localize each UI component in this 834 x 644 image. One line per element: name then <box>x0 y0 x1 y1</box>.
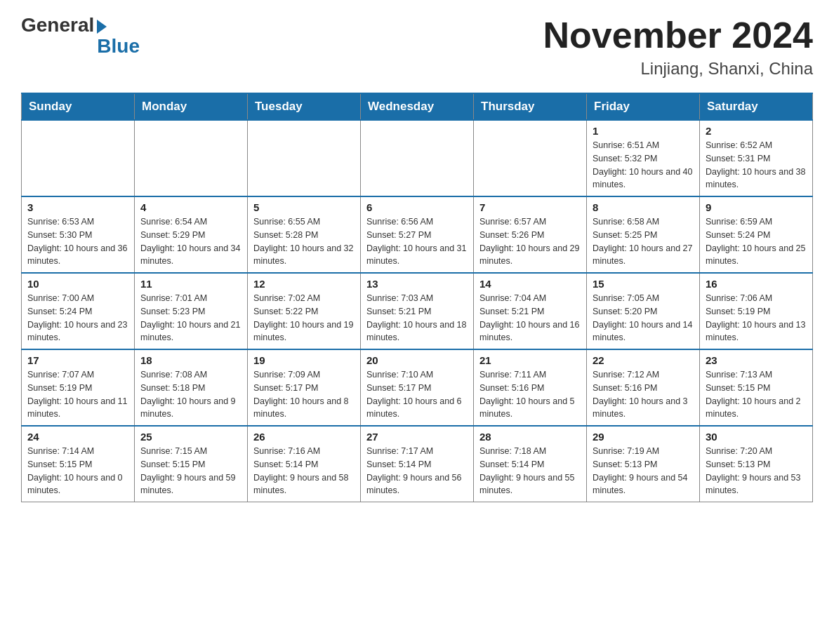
day-number: 12 <box>253 278 355 290</box>
day-info: Sunrise: 7:01 AM Sunset: 5:23 PM Dayligh… <box>140 292 241 344</box>
calendar-cell: 17Sunrise: 7:07 AM Sunset: 5:19 PM Dayli… <box>22 349 135 426</box>
day-number: 20 <box>366 354 468 366</box>
calendar-cell: 4Sunrise: 6:54 AM Sunset: 5:29 PM Daylig… <box>135 196 248 273</box>
day-number: 25 <box>140 431 241 443</box>
day-number: 5 <box>253 201 355 213</box>
calendar-header-sunday: Sunday <box>22 93 135 120</box>
day-number: 17 <box>27 354 128 366</box>
day-info: Sunrise: 7:14 AM Sunset: 5:15 PM Dayligh… <box>27 445 128 497</box>
day-info: Sunrise: 7:07 AM Sunset: 5:19 PM Dayligh… <box>27 368 128 421</box>
calendar-cell: 22Sunrise: 7:12 AM Sunset: 5:16 PM Dayli… <box>587 349 700 426</box>
day-number: 21 <box>479 354 581 366</box>
calendar-header-thursday: Thursday <box>474 93 587 120</box>
calendar-cell <box>361 120 474 196</box>
logo-blue-text: Blue <box>97 35 140 58</box>
calendar-cell: 19Sunrise: 7:09 AM Sunset: 5:17 PM Dayli… <box>248 349 361 426</box>
day-info: Sunrise: 7:02 AM Sunset: 5:22 PM Dayligh… <box>253 292 355 344</box>
day-info: Sunrise: 6:56 AM Sunset: 5:27 PM Dayligh… <box>366 215 468 268</box>
calendar-cell: 8Sunrise: 6:58 AM Sunset: 5:25 PM Daylig… <box>587 196 700 273</box>
calendar-cell: 28Sunrise: 7:18 AM Sunset: 5:14 PM Dayli… <box>474 426 587 502</box>
day-info: Sunrise: 6:51 AM Sunset: 5:32 PM Dayligh… <box>593 139 694 192</box>
calendar-cell: 13Sunrise: 7:03 AM Sunset: 5:21 PM Dayli… <box>361 273 474 349</box>
day-info: Sunrise: 6:59 AM Sunset: 5:24 PM Dayligh… <box>706 215 807 268</box>
calendar-cell: 27Sunrise: 7:17 AM Sunset: 5:14 PM Dayli… <box>361 426 474 502</box>
day-number: 16 <box>706 278 807 290</box>
day-number: 30 <box>706 431 807 443</box>
day-info: Sunrise: 7:17 AM Sunset: 5:14 PM Dayligh… <box>366 445 468 497</box>
day-info: Sunrise: 7:11 AM Sunset: 5:16 PM Dayligh… <box>479 368 581 421</box>
day-number: 19 <box>253 354 355 366</box>
calendar-cell: 14Sunrise: 7:04 AM Sunset: 5:21 PM Dayli… <box>474 273 587 349</box>
day-number: 15 <box>593 278 694 290</box>
calendar-cell: 20Sunrise: 7:10 AM Sunset: 5:17 PM Dayli… <box>361 349 474 426</box>
day-number: 24 <box>27 431 128 443</box>
day-number: 7 <box>479 201 581 213</box>
calendar-header-friday: Friday <box>587 93 700 120</box>
calendar-cell <box>474 120 587 196</box>
day-info: Sunrise: 7:13 AM Sunset: 5:15 PM Dayligh… <box>706 368 807 421</box>
calendar-cell: 6Sunrise: 6:56 AM Sunset: 5:27 PM Daylig… <box>361 196 474 273</box>
calendar-week-row: 24Sunrise: 7:14 AM Sunset: 5:15 PM Dayli… <box>22 426 813 502</box>
calendar-cell: 1Sunrise: 6:51 AM Sunset: 5:32 PM Daylig… <box>587 120 700 196</box>
day-number: 26 <box>253 431 355 443</box>
calendar-cell: 5Sunrise: 6:55 AM Sunset: 5:28 PM Daylig… <box>248 196 361 273</box>
day-info: Sunrise: 7:08 AM Sunset: 5:18 PM Dayligh… <box>140 368 241 421</box>
day-number: 27 <box>366 431 468 443</box>
calendar-cell: 3Sunrise: 6:53 AM Sunset: 5:30 PM Daylig… <box>22 196 135 273</box>
day-number: 9 <box>706 201 807 213</box>
day-number: 4 <box>140 201 241 213</box>
day-number: 8 <box>593 201 694 213</box>
calendar-cell: 30Sunrise: 7:20 AM Sunset: 5:13 PM Dayli… <box>700 426 813 502</box>
calendar-cell: 21Sunrise: 7:11 AM Sunset: 5:16 PM Dayli… <box>474 349 587 426</box>
calendar-header-tuesday: Tuesday <box>248 93 361 120</box>
calendar-cell: 11Sunrise: 7:01 AM Sunset: 5:23 PM Dayli… <box>135 273 248 349</box>
calendar-cell: 23Sunrise: 7:13 AM Sunset: 5:15 PM Dayli… <box>700 349 813 426</box>
day-info: Sunrise: 7:12 AM Sunset: 5:16 PM Dayligh… <box>593 368 694 421</box>
day-info: Sunrise: 6:53 AM Sunset: 5:30 PM Dayligh… <box>27 215 128 268</box>
calendar-cell <box>22 120 135 196</box>
day-number: 23 <box>706 354 807 366</box>
calendar-week-row: 17Sunrise: 7:07 AM Sunset: 5:19 PM Dayli… <box>22 349 813 426</box>
day-info: Sunrise: 6:58 AM Sunset: 5:25 PM Dayligh… <box>593 215 694 268</box>
day-number: 11 <box>140 278 241 290</box>
month-title: November 2024 <box>543 14 813 56</box>
calendar-cell: 9Sunrise: 6:59 AM Sunset: 5:24 PM Daylig… <box>700 196 813 273</box>
calendar-cell: 15Sunrise: 7:05 AM Sunset: 5:20 PM Dayli… <box>587 273 700 349</box>
logo-general-text: General <box>21 14 94 36</box>
calendar-cell: 24Sunrise: 7:14 AM Sunset: 5:15 PM Dayli… <box>22 426 135 502</box>
calendar-week-row: 1Sunrise: 6:51 AM Sunset: 5:32 PM Daylig… <box>22 120 813 196</box>
calendar-cell <box>248 120 361 196</box>
calendar-cell: 7Sunrise: 6:57 AM Sunset: 5:26 PM Daylig… <box>474 196 587 273</box>
calendar-cell: 29Sunrise: 7:19 AM Sunset: 5:13 PM Dayli… <box>587 426 700 502</box>
day-number: 3 <box>27 201 128 213</box>
day-info: Sunrise: 6:57 AM Sunset: 5:26 PM Dayligh… <box>479 215 581 268</box>
calendar-cell: 26Sunrise: 7:16 AM Sunset: 5:14 PM Dayli… <box>248 426 361 502</box>
calendar-header-wednesday: Wednesday <box>361 93 474 120</box>
day-info: Sunrise: 7:05 AM Sunset: 5:20 PM Dayligh… <box>593 292 694 344</box>
calendar-cell: 10Sunrise: 7:00 AM Sunset: 5:24 PM Dayli… <box>22 273 135 349</box>
calendar-header-row: SundayMondayTuesdayWednesdayThursdayFrid… <box>22 93 813 120</box>
logo-arrow-icon <box>97 20 107 34</box>
day-info: Sunrise: 7:10 AM Sunset: 5:17 PM Dayligh… <box>366 368 468 421</box>
day-number: 18 <box>140 354 241 366</box>
day-number: 28 <box>479 431 581 443</box>
calendar-cell: 12Sunrise: 7:02 AM Sunset: 5:22 PM Dayli… <box>248 273 361 349</box>
day-info: Sunrise: 7:20 AM Sunset: 5:13 PM Dayligh… <box>706 445 807 497</box>
day-info: Sunrise: 7:03 AM Sunset: 5:21 PM Dayligh… <box>366 292 468 344</box>
day-number: 14 <box>479 278 581 290</box>
day-number: 22 <box>593 354 694 366</box>
day-number: 10 <box>27 278 128 290</box>
page-header: General General Blue November 2024 Linji… <box>21 14 813 79</box>
logo: General General Blue <box>21 14 140 58</box>
day-info: Sunrise: 7:00 AM Sunset: 5:24 PM Dayligh… <box>27 292 128 344</box>
calendar-cell: 18Sunrise: 7:08 AM Sunset: 5:18 PM Dayli… <box>135 349 248 426</box>
calendar-week-row: 3Sunrise: 6:53 AM Sunset: 5:30 PM Daylig… <box>22 196 813 273</box>
calendar-cell: 16Sunrise: 7:06 AM Sunset: 5:19 PM Dayli… <box>700 273 813 349</box>
day-number: 29 <box>593 431 694 443</box>
day-info: Sunrise: 7:09 AM Sunset: 5:17 PM Dayligh… <box>253 368 355 421</box>
day-info: Sunrise: 6:54 AM Sunset: 5:29 PM Dayligh… <box>140 215 241 268</box>
day-number: 13 <box>366 278 468 290</box>
day-number: 2 <box>706 125 807 137</box>
calendar-header-monday: Monday <box>135 93 248 120</box>
calendar-week-row: 10Sunrise: 7:00 AM Sunset: 5:24 PM Dayli… <box>22 273 813 349</box>
